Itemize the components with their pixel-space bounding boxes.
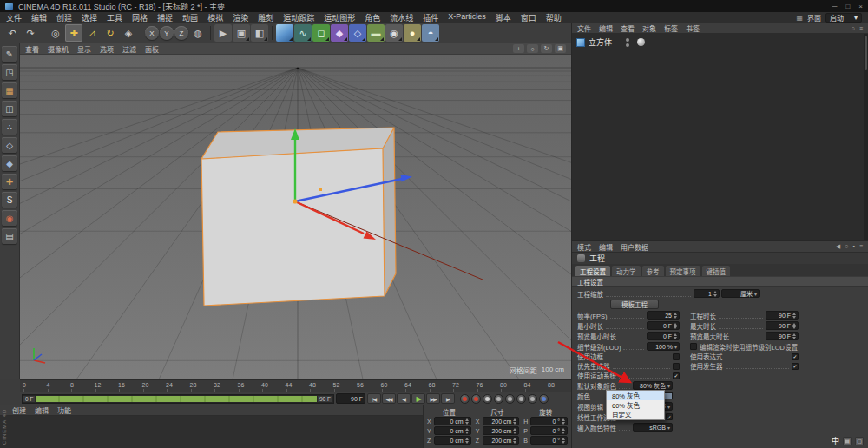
phong-tag-icon[interactable]: [637, 38, 645, 46]
add-cube-menu[interactable]: [276, 24, 293, 42]
viewport-menu-item[interactable]: 摄像机: [48, 44, 69, 54]
prev-frame-button[interactable]: ◀: [397, 393, 411, 404]
menubar-item[interactable]: X-Particles: [448, 12, 486, 23]
minimize-button[interactable]: ─: [832, 3, 838, 10]
record-scale-toggle[interactable]: [505, 394, 515, 404]
left-tool-workplane-mode[interactable]: ◫: [2, 101, 17, 116]
goto-start-button[interactable]: |◀: [367, 393, 381, 404]
left-tool-polygons-mode[interactable]: ◆: [2, 155, 17, 171]
attributes-menu-item[interactable]: 用户数据: [621, 242, 648, 252]
value-field[interactable]: 90 F: [766, 332, 799, 340]
viewport-menu-item[interactable]: 查看: [25, 44, 39, 54]
timeline-tick[interactable]: 24: [166, 382, 173, 388]
coords-input[interactable]: 200 cm: [483, 417, 520, 425]
coords-input[interactable]: 0 cm: [434, 426, 471, 435]
close-button[interactable]: ×: [858, 3, 863, 10]
left-tool-viewport-solo[interactable]: S: [2, 192, 17, 208]
preview-range-slider[interactable]: 0 F 90 F: [22, 394, 334, 404]
timeline-tick[interactable]: 40: [261, 382, 268, 388]
viewport[interactable]: 查看摄像机显示选项过滤面板 +○↻▣: [20, 43, 571, 379]
coords-input[interactable]: 200 cm: [483, 426, 520, 435]
left-tool-points-mode[interactable]: ∴: [2, 119, 17, 135]
lock-y-axis[interactable]: Y: [160, 26, 174, 40]
viewport-menu-item[interactable]: 过滤: [122, 44, 136, 54]
menubar-item[interactable]: 模拟: [207, 12, 223, 23]
objects-menu-item[interactable]: 编辑: [599, 23, 613, 33]
menubar-item[interactable]: 脚本: [496, 12, 511, 23]
coords-group-title[interactable]: 位置: [427, 407, 471, 416]
timeline-ruler[interactable]: 0481216202428323640444852566064687276808…: [20, 379, 571, 392]
dropdown-option[interactable]: 60% 灰色: [607, 400, 664, 410]
add-spline-menu[interactable]: ∿: [294, 24, 312, 42]
value-field[interactable]: 0 F: [647, 332, 680, 340]
material-menu-item[interactable]: 创建: [12, 405, 26, 415]
timeline-tick[interactable]: 36: [238, 382, 245, 388]
value-field[interactable]: 0 F: [647, 321, 680, 330]
checkbox[interactable]: ✓: [792, 363, 799, 370]
add-generator-menu[interactable]: ◻: [312, 24, 330, 42]
tray-icon[interactable]: ▢: [855, 437, 864, 445]
render-picture-viewer-button[interactable]: ▣: [233, 24, 250, 42]
timeline-tick[interactable]: 80: [500, 382, 507, 388]
left-tool-edges-mode[interactable]: ◇: [2, 137, 17, 153]
autokey-button[interactable]: [471, 394, 481, 404]
keyframe-selection-button[interactable]: [483, 394, 492, 404]
attributes-menu-item[interactable]: 编辑: [599, 242, 613, 252]
value-field[interactable]: 25: [647, 311, 680, 320]
template-project-button[interactable]: 模板工程: [610, 300, 659, 309]
coordinate-system-toggle[interactable]: ◍: [189, 24, 207, 42]
record-position-toggle[interactable]: [494, 394, 503, 404]
timeline-tick[interactable]: 8: [70, 382, 74, 388]
dropdown-field[interactable]: 80% 灰色▾: [633, 381, 673, 390]
attribute-tab[interactable]: 预定事项: [666, 266, 700, 276]
menubar-item[interactable]: 文件: [6, 12, 22, 23]
preview-range-fill[interactable]: [36, 396, 317, 402]
left-tool-convert-editable[interactable]: ✎: [2, 46, 17, 62]
dropdown-field[interactable]: 100 %▾: [647, 342, 680, 351]
coords-input[interactable]: 0 cm: [434, 436, 471, 445]
timeline-tick[interactable]: 0: [23, 382, 26, 388]
menubar-item[interactable]: 雕刻: [258, 12, 273, 23]
timeline-tick[interactable]: 88: [548, 382, 555, 388]
timeline-tick[interactable]: 4: [47, 382, 50, 388]
coords-group-title[interactable]: 旋转: [523, 407, 568, 416]
attribute-tab[interactable]: 工程设置: [575, 266, 610, 276]
nav-back-icon[interactable]: ◀: [836, 243, 840, 250]
keyboard-icon[interactable]: ▤: [843, 437, 852, 445]
add-deformer-menu[interactable]: ◇: [349, 24, 366, 42]
add-sky-menu[interactable]: ◓: [422, 24, 439, 42]
viewport-menu-item[interactable]: 面板: [145, 44, 159, 54]
coords-input[interactable]: 0 cm: [434, 417, 471, 425]
toggle-view-icon[interactable]: ▣: [555, 44, 566, 53]
search-icon[interactable]: ○: [845, 243, 848, 250]
coords-group-title[interactable]: 尺寸: [476, 407, 520, 416]
viewport-canvas[interactable]: [20, 55, 571, 379]
timeline-tick[interactable]: 60: [381, 382, 388, 388]
dropdown-option[interactable]: 自定义: [607, 410, 664, 419]
timeline-tick[interactable]: 16: [118, 382, 125, 388]
dropdown-field[interactable]: sRGB▾: [633, 423, 673, 432]
checkbox[interactable]: [673, 363, 680, 370]
section-header[interactable]: 工程设置: [572, 276, 868, 287]
checkbox[interactable]: [690, 343, 697, 350]
timeline-tick[interactable]: 56: [357, 382, 364, 388]
record-pla-toggle[interactable]: [539, 394, 549, 404]
next-frame-button[interactable]: ▶▶: [426, 393, 440, 404]
left-tool-texture-mode[interactable]: ▦: [2, 82, 17, 98]
scrollbar[interactable]: [864, 34, 868, 240]
objects-menu-item[interactable]: 书签: [686, 23, 700, 33]
menubar-item[interactable]: 工具: [107, 12, 122, 23]
timeline-tick[interactable]: 84: [524, 382, 531, 388]
timeline-tick[interactable]: 32: [214, 382, 220, 388]
gizmo-center[interactable]: [293, 199, 297, 203]
timeline-tick[interactable]: 28: [190, 382, 197, 388]
checkbox[interactable]: [673, 353, 680, 360]
timeline-tick[interactable]: 68: [429, 382, 436, 388]
objects-menu-item[interactable]: 标签: [664, 23, 678, 33]
object-item[interactable]: 立方体: [572, 34, 868, 50]
record-keyframe-button[interactable]: [460, 394, 470, 404]
live-selection-tool[interactable]: ◎: [47, 24, 64, 42]
add-camera-menu[interactable]: ◉: [385, 24, 403, 42]
lock-z-axis[interactable]: Z: [174, 26, 188, 40]
zoom-view-icon[interactable]: ○: [527, 44, 538, 53]
